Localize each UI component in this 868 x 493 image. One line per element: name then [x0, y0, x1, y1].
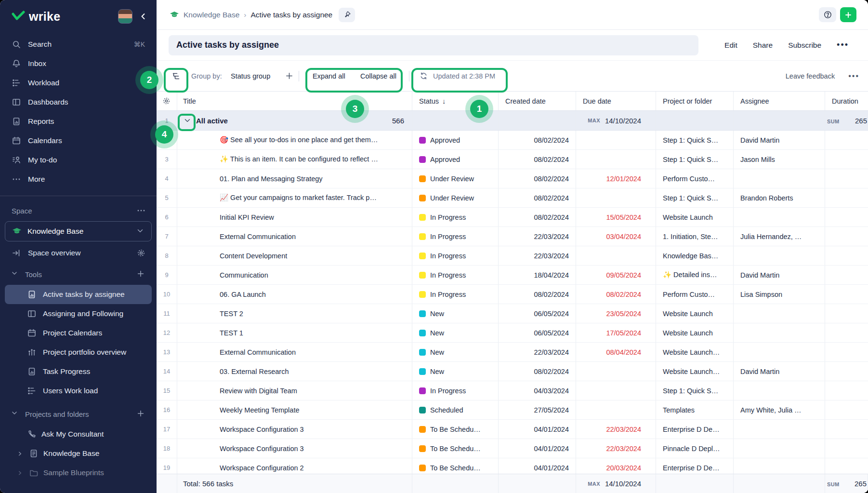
task-title[interactable]: Content Development [220, 252, 287, 260]
sidebar-item-ask-my-consultant[interactable]: Ask My Consultant [5, 425, 152, 444]
task-title[interactable]: 🎯 See all your to-dos in one place and g… [220, 136, 378, 144]
avatar[interactable] [118, 9, 132, 24]
status-cell[interactable]: New [412, 323, 499, 342]
table-row[interactable]: 4 01. Plan and Messaging Strategy Under … [157, 169, 868, 188]
column-header-duration[interactable]: Duration [825, 92, 868, 110]
status-cell[interactable]: New [412, 343, 499, 361]
task-title[interactable]: External Communication [220, 233, 296, 240]
status-cell[interactable]: New [412, 362, 499, 381]
task-title[interactable]: 03. External Research [220, 368, 289, 375]
space-selector[interactable]: Knowledge Base [5, 221, 152, 241]
add-project-icon[interactable] [136, 409, 146, 419]
table-settings-gear-icon[interactable] [162, 96, 171, 106]
table-row[interactable]: 2 🎯 See all your to-dos in one place and… [157, 131, 868, 150]
sidebar-item-space-overview[interactable]: Space overview [0, 242, 157, 264]
sidebar-item-users-work-load[interactable]: Users Work load [5, 381, 152, 400]
assignee[interactable]: David Martin [734, 131, 825, 149]
task-title[interactable]: Workspace Configuration 3 [220, 445, 304, 453]
table-row[interactable]: 9 Communication In Progress 18/04/2024 0… [157, 266, 868, 285]
sidebar-item-calendars[interactable]: Calendars [0, 131, 157, 150]
assignee[interactable] [734, 208, 825, 227]
sidebar-item-my-to-do[interactable]: My to-do [0, 150, 157, 170]
status-cell[interactable]: Approved [412, 131, 499, 149]
assignee[interactable] [734, 169, 825, 188]
table-row[interactable]: 8 Content Development In Progress 22/03/… [157, 246, 868, 266]
task-title[interactable]: 📈 Get your campaigns to market faster. T… [220, 194, 377, 202]
expand-all-button[interactable]: Expand all [313, 72, 345, 80]
sidebar-item-more[interactable]: More [0, 170, 157, 189]
assignee[interactable] [734, 304, 825, 323]
table-row[interactable]: 7 External Communication In Progress 22/… [157, 227, 868, 246]
breadcrumb-space-link[interactable]: Knowledge Base [184, 11, 239, 19]
project-or-folder[interactable]: Knowledge Bas… [656, 246, 734, 265]
project-or-folder[interactable]: Perform Custo… [656, 285, 734, 304]
create-new-button[interactable] [840, 7, 856, 22]
table-row[interactable]: 13 External Communication New 22/03/2024… [157, 343, 868, 362]
sidebar-item-sample-blueprints[interactable]: Sample Blueprints [5, 463, 152, 482]
column-header-created[interactable]: Created date [499, 92, 576, 110]
subscribe-button[interactable]: Subscribe [788, 41, 821, 50]
project-or-folder[interactable]: Step 1: Quick S… [656, 150, 734, 169]
task-title[interactable]: Weekly Meeting Template [220, 406, 300, 414]
task-title[interactable]: 06. GA Launch [220, 291, 266, 298]
assignee[interactable]: Amy White, Julia … [734, 400, 825, 419]
status-cell[interactable]: Approved [412, 150, 499, 169]
share-button[interactable]: Share [753, 41, 773, 50]
pin-icon[interactable] [339, 8, 355, 22]
assignee[interactable] [734, 381, 825, 400]
table-row[interactable]: 12 TEST 1 New 06/05/2024 17/05/2024 Webs… [157, 323, 868, 343]
edit-button[interactable]: Edit [724, 41, 737, 50]
status-cell[interactable]: In Progress [412, 381, 499, 400]
table-row[interactable]: 18 Workspace Configuration 3 To Be Sched… [157, 439, 868, 458]
task-title[interactable]: TEST 2 [220, 310, 243, 318]
assignee[interactable]: Lisa Simpson [734, 285, 825, 304]
project-or-folder[interactable]: Step 1: Quick S… [656, 188, 734, 207]
help-icon[interactable] [819, 7, 836, 22]
sidebar-item-inbox[interactable]: Inbox [0, 54, 157, 73]
assignee[interactable] [734, 343, 825, 361]
sidebar-item-workload[interactable]: Workload [0, 73, 157, 93]
project-or-folder[interactable]: Step 1: Quick S… [656, 381, 734, 400]
task-title[interactable]: ✨ This is an item. It can be configured … [220, 155, 378, 163]
assignee[interactable]: David Martin [734, 266, 825, 284]
project-or-folder[interactable]: Templates [656, 400, 734, 419]
sidebar-item-task-progress[interactable]: Task Progress [5, 362, 152, 381]
column-header-due[interactable]: Due date [576, 92, 656, 110]
table-row[interactable]: 14 03. External Research New 08/02/2024 … [157, 362, 868, 381]
sidebar-item-active-tasks-by-assignee[interactable]: Active tasks by assignee [5, 285, 152, 304]
column-header-title[interactable]: Title [177, 92, 412, 110]
assignee[interactable] [734, 246, 825, 265]
task-title[interactable]: Review with Digital Team [220, 387, 297, 395]
project-or-folder[interactable]: Website Launch [656, 208, 734, 227]
space-settings-gear-icon[interactable] [136, 248, 146, 258]
table-row[interactable]: 10 06. GA Launch In Progress 08/02/2024 … [157, 285, 868, 304]
status-cell[interactable]: To Be Schedu… [412, 439, 499, 458]
updated-at-label[interactable]: Updated at 2:38 PM [433, 72, 495, 80]
assignee[interactable]: Jason Mills [734, 150, 825, 169]
status-cell[interactable]: In Progress [412, 227, 499, 246]
status-cell[interactable]: New [412, 304, 499, 323]
assignee[interactable] [734, 420, 825, 439]
table-row[interactable]: 15 Review with Digital Team In Progress … [157, 381, 868, 400]
status-cell[interactable]: In Progress [412, 246, 499, 265]
group-row-all-active[interactable]: 1 All active 566 MAX14/10/2024 SUM265 [157, 111, 868, 131]
group-by-value[interactable]: Status group [231, 72, 270, 80]
status-cell[interactable]: Under Review [412, 188, 499, 207]
collapse-sidebar-icon[interactable] [138, 12, 148, 21]
project-or-folder[interactable]: Step 1: Quick S… [656, 131, 734, 149]
project-or-folder[interactable]: Pinnacle D Depl… [656, 439, 734, 458]
wrike-logo[interactable]: wrike [12, 10, 60, 24]
collapse-all-button[interactable]: Collapse all [360, 72, 396, 80]
task-title[interactable]: Workspace Configuration 3 [220, 426, 304, 433]
table-row[interactable]: 17 Workspace Configuration 3 To Be Sched… [157, 420, 868, 439]
task-title[interactable]: Initial KPI Review [220, 213, 274, 221]
task-title[interactable]: External Communication [220, 348, 296, 356]
report-title-input[interactable]: Active tasks by assignee [169, 35, 698, 55]
sidebar-item-dashboards[interactable]: Dashboards [0, 93, 157, 112]
task-title[interactable]: Communication [220, 271, 268, 279]
sidebar-item-reports[interactable]: Reports [0, 112, 157, 131]
status-cell[interactable]: Under Review [412, 169, 499, 188]
project-or-folder[interactable]: Website Launch… [656, 343, 734, 361]
assignee[interactable]: David Martin [734, 362, 825, 381]
column-header-project[interactable]: Project or folder [656, 92, 734, 110]
